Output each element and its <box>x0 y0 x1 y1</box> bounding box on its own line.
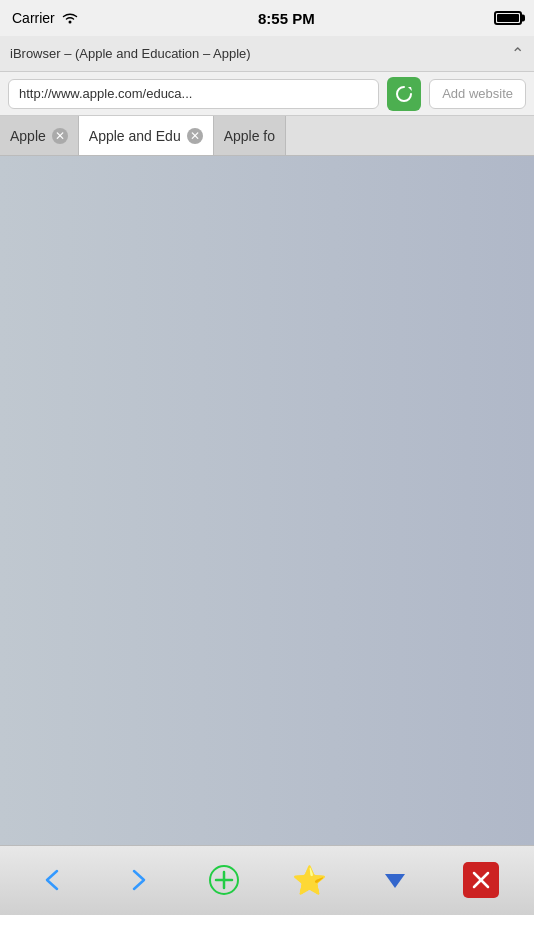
tab-apple-close[interactable]: ✕ <box>52 128 68 144</box>
scroll-up-icon[interactable]: ⌃ <box>511 44 524 63</box>
back-button[interactable] <box>26 853 80 907</box>
browser-title-bar: iBrowser – (Apple and Education – Apple)… <box>0 36 534 72</box>
browser-title-text: iBrowser – (Apple and Education – Apple) <box>10 46 511 61</box>
status-carrier: Carrier <box>12 10 79 27</box>
add-website-button[interactable]: Add website <box>429 79 526 109</box>
svg-marker-1 <box>408 87 412 91</box>
url-bar: Add website <box>0 72 534 116</box>
strip-right <box>267 773 534 845</box>
status-battery <box>494 11 522 25</box>
bookmark-button[interactable]: ⭐ <box>283 853 337 907</box>
carrier-label: Carrier <box>12 10 55 26</box>
forward-button[interactable] <box>111 853 165 907</box>
add-website-label: Add website <box>442 86 513 101</box>
tabs-bar: Apple ✕ Apple and Edu ✕ Apple fo <box>0 116 534 156</box>
svg-marker-9 <box>385 874 405 888</box>
tab-apple[interactable]: Apple ✕ <box>0 116 79 155</box>
tab-apple-education-label: Apple and Edu <box>89 128 181 144</box>
star-icon: ⭐ <box>292 864 327 897</box>
wifi-icon <box>61 10 79 27</box>
svg-point-0 <box>68 20 71 23</box>
bottom-image-strip <box>0 773 534 845</box>
status-time: 8:55 PM <box>258 10 315 27</box>
webpage-content: Education Store Home Exit 🍎 Mac iPad iPh… <box>0 156 534 845</box>
close-tabs-button[interactable] <box>454 853 508 907</box>
tab-apple-fo-label: Apple fo <box>224 128 275 144</box>
tab-apple-education-close[interactable]: ✕ <box>187 128 203 144</box>
add-button[interactable] <box>197 853 251 907</box>
tab-apple-education[interactable]: Apple and Edu ✕ <box>79 116 214 155</box>
bottom-toolbar: ⭐ <box>0 845 534 915</box>
menu-button[interactable] <box>368 853 422 907</box>
refresh-button[interactable] <box>387 77 421 111</box>
status-bar: Carrier 8:55 PM <box>0 0 534 36</box>
battery-icon <box>494 11 522 25</box>
tab-apple-label: Apple <box>10 128 46 144</box>
tab-apple-fo[interactable]: Apple fo <box>214 116 286 155</box>
url-input[interactable] <box>8 79 379 109</box>
